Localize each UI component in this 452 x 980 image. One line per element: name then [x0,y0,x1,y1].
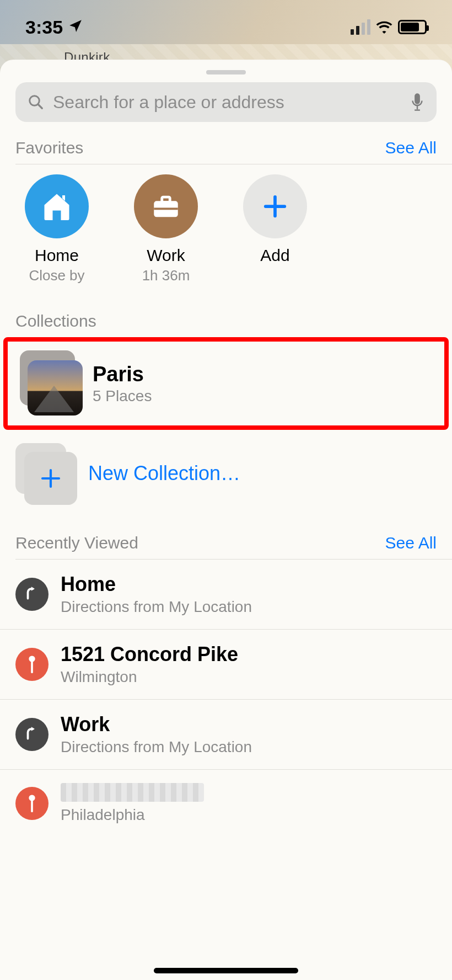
briefcase-icon [134,174,198,238]
home-indicator[interactable] [154,968,298,973]
sheet-grabber[interactable] [206,70,246,74]
favorite-label: Work [147,246,185,265]
wifi-icon [376,20,392,34]
plus-icon [40,467,62,489]
recent-item-home[interactable]: Home Directions from My Location [0,560,452,630]
plus-icon [243,174,307,238]
cellular-signal-icon [351,19,370,35]
recent-sub: Wilmington [61,668,238,686]
new-collection[interactable]: New Collection… [0,430,452,523]
collection-paris[interactable]: Paris 5 Places [3,337,449,430]
favorite-home[interactable]: Home Close by [15,174,98,284]
recent-title: 1521 Concord Pike [61,643,238,666]
pin-icon [15,648,49,681]
search-field[interactable] [15,82,437,122]
favorites-header: Favorites [15,139,83,157]
recently-viewed-header: Recently Viewed [15,534,138,552]
directions-icon [15,578,49,611]
favorite-label: Home [35,246,79,265]
recently-viewed-see-all[interactable]: See All [385,534,437,552]
search-icon [28,94,44,110]
favorite-add[interactable]: Add [234,174,316,284]
recent-item-concord-pike[interactable]: 1521 Concord Pike Wilmington [0,630,452,700]
recent-item-philadelphia[interactable]: Philadelphia [0,770,452,837]
svg-rect-2 [415,93,420,104]
search-input[interactable] [53,92,401,113]
favorite-label: Add [260,246,289,265]
new-collection-label: New Collection… [88,462,240,485]
new-collection-thumbnail [15,443,76,504]
recent-sub: Directions from My Location [61,738,252,756]
svg-rect-7 [154,207,178,210]
favorite-sub: 1h 36m [142,267,190,284]
pyramid-icon [34,386,74,412]
status-time: 3:35 [25,17,63,38]
location-services-icon [68,18,83,36]
collection-title: Paris [93,363,152,386]
home-icon [25,174,89,238]
favorites-row: Home Close by Work 1h 36m Add [0,164,452,290]
recent-sub: Philadelphia [61,806,204,824]
status-bar: 3:35 [0,13,452,41]
recent-sub: Directions from My Location [61,598,252,616]
pin-icon [15,787,49,820]
recent-title: Work [61,713,252,736]
directions-icon [15,718,49,751]
battery-icon [398,20,427,34]
recently-viewed-list: Home Directions from My Location 1521 Co… [0,560,452,837]
svg-line-1 [38,104,42,109]
recent-title-redacted [61,783,204,802]
collections-header: Collections [15,312,96,331]
recent-item-work[interactable]: Work Directions from My Location [0,700,452,770]
favorites-see-all[interactable]: See All [385,139,437,157]
recent-title: Home [61,573,252,596]
favorite-sub: Close by [29,267,84,284]
dictation-icon[interactable] [410,93,424,111]
maps-search-sheet: Favorites See All Home Close by Work 1h … [0,60,452,980]
favorite-work[interactable]: Work 1h 36m [125,174,207,284]
collection-thumbnail [20,350,80,417]
collection-sub: 5 Places [93,387,152,405]
svg-rect-6 [162,197,170,203]
